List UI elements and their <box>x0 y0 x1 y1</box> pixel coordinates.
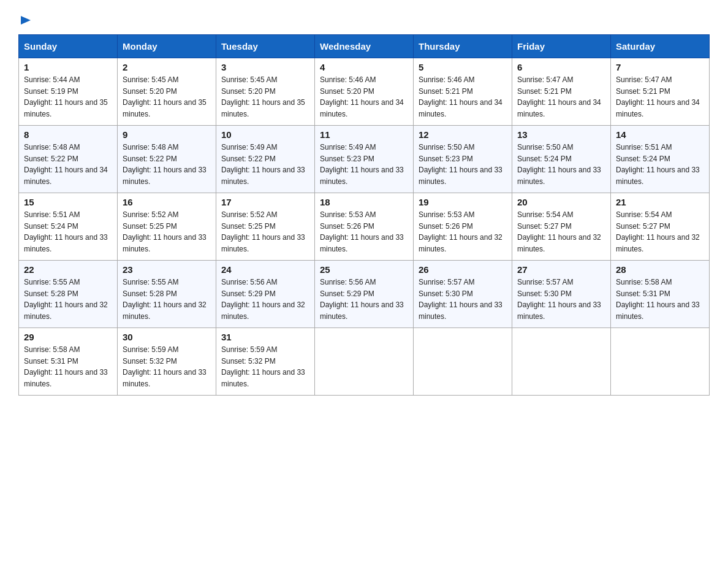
col-thursday: Thursday <box>414 35 512 58</box>
sunset-label: Sunset: 5:28 PM <box>123 289 177 298</box>
calendar-week-row: 1 Sunrise: 5:44 AM Sunset: 5:19 PM Dayli… <box>19 58 710 126</box>
sunrise-label: Sunrise: 5:47 AM <box>616 75 672 84</box>
sunrise-label: Sunrise: 5:46 AM <box>419 75 474 84</box>
day-number: 1 <box>24 62 112 72</box>
daylight-label: Daylight: 11 hours and 33 minutes. <box>24 233 108 253</box>
day-number: 16 <box>123 197 211 207</box>
sunset-label: Sunset: 5:21 PM <box>419 87 473 96</box>
sunset-label: Sunset: 5:25 PM <box>123 222 177 231</box>
sunset-label: Sunset: 5:27 PM <box>517 222 572 231</box>
daylight-label: Daylight: 11 hours and 35 minutes. <box>123 98 207 118</box>
sunrise-label: Sunrise: 5:53 AM <box>419 210 474 219</box>
day-number: 23 <box>123 264 211 275</box>
day-number: 22 <box>24 264 112 275</box>
calendar-day-cell: 8 Sunrise: 5:48 AM Sunset: 5:22 PM Dayli… <box>19 126 118 193</box>
daylight-label: Daylight: 11 hours and 34 minutes. <box>24 166 108 186</box>
daylight-label: Daylight: 11 hours and 33 minutes. <box>221 166 305 186</box>
calendar-day-cell: 29 Sunrise: 5:58 AM Sunset: 5:31 PM Dayl… <box>19 328 118 396</box>
sunset-label: Sunset: 5:26 PM <box>320 222 374 231</box>
day-number: 21 <box>616 197 704 207</box>
sunrise-label: Sunrise: 5:56 AM <box>221 278 277 286</box>
col-wednesday: Wednesday <box>315 35 414 58</box>
daylight-label: Daylight: 11 hours and 34 minutes. <box>320 98 404 118</box>
calendar-day-cell: 5 Sunrise: 5:46 AM Sunset: 5:21 PM Dayli… <box>414 58 512 126</box>
col-monday: Monday <box>118 35 216 58</box>
day-info: Sunrise: 5:49 AM Sunset: 5:23 PM Dayligh… <box>320 142 408 187</box>
calendar-day-cell: 3 Sunrise: 5:45 AM Sunset: 5:20 PM Dayli… <box>216 58 315 126</box>
sunset-label: Sunset: 5:32 PM <box>221 357 276 366</box>
calendar-day-cell: 13 Sunrise: 5:50 AM Sunset: 5:24 PM Dayl… <box>512 126 611 193</box>
day-number: 11 <box>320 129 408 140</box>
sunset-label: Sunset: 5:20 PM <box>320 87 374 96</box>
day-info: Sunrise: 5:52 AM Sunset: 5:25 PM Dayligh… <box>221 209 309 255</box>
col-friday: Friday <box>512 35 611 58</box>
calendar-day-cell: 18 Sunrise: 5:53 AM Sunset: 5:26 PM Dayl… <box>315 193 414 261</box>
day-number: 2 <box>123 62 211 72</box>
day-info: Sunrise: 5:55 AM Sunset: 5:28 PM Dayligh… <box>24 277 112 322</box>
sunset-label: Sunset: 5:23 PM <box>320 155 374 163</box>
day-number: 25 <box>320 264 408 275</box>
day-number: 9 <box>123 129 211 140</box>
logo-arrow-icon <box>20 13 33 27</box>
calendar-day-cell <box>315 328 414 396</box>
sunrise-label: Sunrise: 5:52 AM <box>221 210 277 219</box>
sunrise-label: Sunrise: 5:50 AM <box>419 143 474 151</box>
daylight-label: Daylight: 11 hours and 34 minutes. <box>419 98 502 118</box>
sunset-label: Sunset: 5:30 PM <box>419 289 473 298</box>
calendar-day-cell: 23 Sunrise: 5:55 AM Sunset: 5:28 PM Dayl… <box>118 261 216 328</box>
calendar-header: Sunday Monday Tuesday Wednesday Thursday… <box>19 35 710 58</box>
sunset-label: Sunset: 5:30 PM <box>517 289 572 298</box>
daylight-label: Daylight: 11 hours and 33 minutes. <box>123 368 207 388</box>
calendar-day-cell <box>611 328 710 396</box>
calendar-day-cell: 15 Sunrise: 5:51 AM Sunset: 5:24 PM Dayl… <box>19 193 118 261</box>
sunrise-label: Sunrise: 5:44 AM <box>24 75 80 84</box>
logo-text-block <box>18 12 33 25</box>
calendar-day-cell: 9 Sunrise: 5:48 AM Sunset: 5:22 PM Dayli… <box>118 126 216 193</box>
sunset-label: Sunset: 5:26 PM <box>419 222 473 231</box>
calendar-day-cell: 16 Sunrise: 5:52 AM Sunset: 5:25 PM Dayl… <box>118 193 216 261</box>
col-saturday: Saturday <box>611 35 710 58</box>
daylight-label: Daylight: 11 hours and 32 minutes. <box>419 233 502 253</box>
day-number: 17 <box>221 197 309 207</box>
sunset-label: Sunset: 5:20 PM <box>221 87 276 96</box>
day-number: 12 <box>419 129 507 140</box>
day-number: 18 <box>320 197 408 207</box>
sunset-label: Sunset: 5:32 PM <box>123 357 177 366</box>
day-number: 14 <box>616 129 704 140</box>
sunrise-label: Sunrise: 5:49 AM <box>320 143 376 151</box>
sunrise-label: Sunrise: 5:47 AM <box>517 75 573 84</box>
daylight-label: Daylight: 11 hours and 33 minutes. <box>320 233 404 253</box>
day-number: 19 <box>419 197 507 207</box>
day-info: Sunrise: 5:48 AM Sunset: 5:22 PM Dayligh… <box>24 142 112 187</box>
calendar-day-cell: 4 Sunrise: 5:46 AM Sunset: 5:20 PM Dayli… <box>315 58 414 126</box>
calendar-day-cell: 12 Sunrise: 5:50 AM Sunset: 5:23 PM Dayl… <box>414 126 512 193</box>
sunset-label: Sunset: 5:28 PM <box>24 289 78 298</box>
calendar-day-cell: 19 Sunrise: 5:53 AM Sunset: 5:26 PM Dayl… <box>414 193 512 261</box>
calendar-day-cell: 6 Sunrise: 5:47 AM Sunset: 5:21 PM Dayli… <box>512 58 611 126</box>
sunset-label: Sunset: 5:25 PM <box>221 222 276 231</box>
calendar-day-cell <box>414 328 512 396</box>
day-info: Sunrise: 5:57 AM Sunset: 5:30 PM Dayligh… <box>419 277 507 322</box>
calendar-week-row: 8 Sunrise: 5:48 AM Sunset: 5:22 PM Dayli… <box>19 126 710 193</box>
header-row: Sunday Monday Tuesday Wednesday Thursday… <box>19 35 710 58</box>
sunset-label: Sunset: 5:22 PM <box>24 155 78 163</box>
day-info: Sunrise: 5:59 AM Sunset: 5:32 PM Dayligh… <box>221 344 309 389</box>
day-info: Sunrise: 5:49 AM Sunset: 5:22 PM Dayligh… <box>221 142 309 187</box>
sunset-label: Sunset: 5:20 PM <box>123 87 177 96</box>
daylight-label: Daylight: 11 hours and 33 minutes. <box>221 368 305 388</box>
sunrise-label: Sunrise: 5:55 AM <box>123 278 178 286</box>
day-info: Sunrise: 5:54 AM Sunset: 5:27 PM Dayligh… <box>517 209 605 255</box>
daylight-label: Daylight: 11 hours and 33 minutes. <box>24 368 108 388</box>
daylight-label: Daylight: 11 hours and 33 minutes. <box>221 233 305 253</box>
sunrise-label: Sunrise: 5:53 AM <box>320 210 376 219</box>
day-info: Sunrise: 5:59 AM Sunset: 5:32 PM Dayligh… <box>123 344 211 389</box>
day-info: Sunrise: 5:51 AM Sunset: 5:24 PM Dayligh… <box>24 209 112 255</box>
daylight-label: Daylight: 11 hours and 33 minutes. <box>616 301 700 321</box>
calendar-day-cell: 10 Sunrise: 5:49 AM Sunset: 5:22 PM Dayl… <box>216 126 315 193</box>
logo <box>18 12 33 25</box>
day-info: Sunrise: 5:48 AM Sunset: 5:22 PM Dayligh… <box>123 142 211 187</box>
sunset-label: Sunset: 5:24 PM <box>616 155 670 163</box>
calendar-day-cell: 28 Sunrise: 5:58 AM Sunset: 5:31 PM Dayl… <box>611 261 710 328</box>
day-info: Sunrise: 5:57 AM Sunset: 5:30 PM Dayligh… <box>517 277 605 322</box>
daylight-label: Daylight: 11 hours and 33 minutes. <box>320 301 404 321</box>
